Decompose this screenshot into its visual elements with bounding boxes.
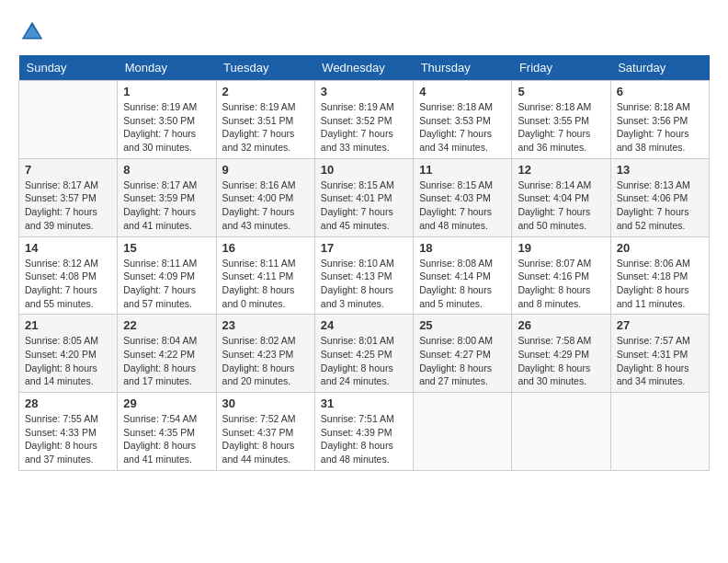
- day-number: 20: [617, 241, 703, 255]
- day-header-sunday: Sunday: [19, 55, 118, 81]
- calendar-cell: 29Sunrise: 7:54 AMSunset: 4:35 PMDayligh…: [118, 393, 216, 471]
- calendar-cell: 24Sunrise: 8:01 AMSunset: 4:25 PMDayligh…: [314, 315, 413, 393]
- day-number: 8: [123, 163, 210, 177]
- day-number: 24: [321, 318, 407, 332]
- day-info: Sunrise: 8:06 AMSunset: 4:18 PMDaylight:…: [617, 257, 703, 311]
- day-info: Sunrise: 8:11 AMSunset: 4:09 PMDaylight:…: [123, 257, 210, 311]
- day-info: Sunrise: 8:18 AMSunset: 3:53 PMDaylight:…: [419, 100, 506, 155]
- calendar-week-row: 7Sunrise: 8:17 AMSunset: 3:57 PMDaylight…: [19, 158, 710, 236]
- calendar-cell: 5Sunrise: 8:18 AMSunset: 3:55 PMDaylight…: [512, 81, 610, 159]
- calendar-table: SundayMondayTuesdayWednesdayThursdayFrid…: [18, 55, 710, 471]
- day-header-monday: Monday: [118, 55, 216, 81]
- calendar-cell: 26Sunrise: 7:58 AMSunset: 4:29 PMDayligh…: [512, 315, 610, 393]
- logo-icon: [18, 18, 46, 46]
- page-header: [18, 18, 710, 46]
- day-header-saturday: Saturday: [610, 55, 709, 81]
- day-header-tuesday: Tuesday: [216, 55, 314, 81]
- day-info: Sunrise: 8:08 AMSunset: 4:14 PMDaylight:…: [419, 257, 506, 311]
- day-header-wednesday: Wednesday: [314, 55, 413, 81]
- day-number: 2: [222, 85, 309, 98]
- day-number: 21: [25, 318, 111, 332]
- day-info: Sunrise: 8:13 AMSunset: 4:06 PMDaylight:…: [617, 178, 703, 233]
- day-number: 17: [321, 241, 407, 255]
- day-number: 12: [518, 163, 604, 177]
- calendar-cell: 15Sunrise: 8:11 AMSunset: 4:09 PMDayligh…: [118, 236, 216, 315]
- day-number: 23: [222, 318, 309, 332]
- day-info: Sunrise: 7:57 AMSunset: 4:31 PMDaylight:…: [617, 334, 703, 388]
- day-info: Sunrise: 8:05 AMSunset: 4:20 PMDaylight:…: [25, 334, 111, 388]
- calendar-cell: 31Sunrise: 7:51 AMSunset: 4:39 PMDayligh…: [314, 393, 413, 471]
- calendar-cell: 30Sunrise: 7:52 AMSunset: 4:37 PMDayligh…: [216, 393, 314, 471]
- calendar-week-row: 1Sunrise: 8:19 AMSunset: 3:50 PMDaylight…: [19, 81, 710, 159]
- day-number: 25: [419, 318, 506, 332]
- day-number: 30: [222, 396, 309, 410]
- day-info: Sunrise: 8:17 AMSunset: 3:59 PMDaylight:…: [123, 178, 210, 233]
- logo: [18, 18, 48, 46]
- calendar-cell: 22Sunrise: 8:04 AMSunset: 4:22 PMDayligh…: [118, 315, 216, 393]
- day-info: Sunrise: 8:11 AMSunset: 4:11 PMDaylight:…: [222, 257, 309, 311]
- calendar-cell: [414, 393, 512, 471]
- day-info: Sunrise: 8:15 AMSunset: 4:03 PMDaylight:…: [419, 178, 506, 233]
- day-info: Sunrise: 8:17 AMSunset: 3:57 PMDaylight:…: [25, 178, 111, 233]
- day-info: Sunrise: 8:12 AMSunset: 4:08 PMDaylight:…: [25, 257, 111, 311]
- calendar-cell: 3Sunrise: 8:19 AMSunset: 3:52 PMDaylight…: [314, 81, 413, 159]
- calendar-cell: 1Sunrise: 8:19 AMSunset: 3:50 PMDaylight…: [118, 81, 216, 159]
- day-number: 4: [419, 85, 506, 98]
- calendar-cell: 27Sunrise: 7:57 AMSunset: 4:31 PMDayligh…: [610, 315, 709, 393]
- day-number: 27: [617, 318, 703, 332]
- day-info: Sunrise: 8:18 AMSunset: 3:56 PMDaylight:…: [617, 100, 703, 155]
- day-number: 10: [321, 163, 407, 177]
- calendar-week-row: 14Sunrise: 8:12 AMSunset: 4:08 PMDayligh…: [19, 236, 710, 315]
- day-info: Sunrise: 7:54 AMSunset: 4:35 PMDaylight:…: [123, 412, 210, 466]
- calendar-cell: [610, 393, 709, 471]
- calendar-cell: 20Sunrise: 8:06 AMSunset: 4:18 PMDayligh…: [610, 236, 709, 315]
- calendar-cell: 13Sunrise: 8:13 AMSunset: 4:06 PMDayligh…: [610, 158, 709, 236]
- day-info: Sunrise: 8:19 AMSunset: 3:51 PMDaylight:…: [222, 100, 309, 155]
- day-number: 11: [419, 163, 506, 177]
- calendar-cell: 9Sunrise: 8:16 AMSunset: 4:00 PMDaylight…: [216, 158, 314, 236]
- day-header-thursday: Thursday: [414, 55, 512, 81]
- day-number: 31: [321, 396, 407, 410]
- day-number: 16: [222, 241, 309, 255]
- day-number: 5: [518, 85, 604, 98]
- day-info: Sunrise: 8:00 AMSunset: 4:27 PMDaylight:…: [419, 334, 506, 388]
- calendar-header-row: SundayMondayTuesdayWednesdayThursdayFrid…: [19, 55, 710, 81]
- calendar-cell: [512, 393, 610, 471]
- calendar-cell: 2Sunrise: 8:19 AMSunset: 3:51 PMDaylight…: [216, 81, 314, 159]
- day-info: Sunrise: 8:07 AMSunset: 4:16 PMDaylight:…: [518, 257, 604, 311]
- day-info: Sunrise: 7:55 AMSunset: 4:33 PMDaylight:…: [25, 412, 111, 466]
- day-number: 26: [518, 318, 604, 332]
- day-number: 22: [123, 318, 210, 332]
- day-info: Sunrise: 8:19 AMSunset: 3:52 PMDaylight:…: [321, 100, 407, 155]
- day-info: Sunrise: 7:52 AMSunset: 4:37 PMDaylight:…: [222, 412, 309, 466]
- calendar-week-row: 28Sunrise: 7:55 AMSunset: 4:33 PMDayligh…: [19, 393, 710, 471]
- calendar-cell: [19, 81, 118, 159]
- day-number: 9: [222, 163, 309, 177]
- calendar-cell: 14Sunrise: 8:12 AMSunset: 4:08 PMDayligh…: [19, 236, 118, 315]
- day-number: 6: [617, 85, 703, 98]
- day-number: 13: [617, 163, 703, 177]
- calendar-cell: 7Sunrise: 8:17 AMSunset: 3:57 PMDaylight…: [19, 158, 118, 236]
- day-info: Sunrise: 7:58 AMSunset: 4:29 PMDaylight:…: [518, 334, 604, 388]
- day-info: Sunrise: 8:15 AMSunset: 4:01 PMDaylight:…: [321, 178, 407, 233]
- day-header-friday: Friday: [512, 55, 610, 81]
- calendar-week-row: 21Sunrise: 8:05 AMSunset: 4:20 PMDayligh…: [19, 315, 710, 393]
- day-number: 28: [25, 396, 111, 410]
- day-info: Sunrise: 8:10 AMSunset: 4:13 PMDaylight:…: [321, 257, 407, 311]
- calendar-cell: 19Sunrise: 8:07 AMSunset: 4:16 PMDayligh…: [512, 236, 610, 315]
- day-info: Sunrise: 8:18 AMSunset: 3:55 PMDaylight:…: [518, 100, 604, 155]
- calendar-cell: 4Sunrise: 8:18 AMSunset: 3:53 PMDaylight…: [414, 81, 512, 159]
- day-number: 7: [25, 163, 111, 177]
- calendar-cell: 21Sunrise: 8:05 AMSunset: 4:20 PMDayligh…: [19, 315, 118, 393]
- calendar-cell: 16Sunrise: 8:11 AMSunset: 4:11 PMDayligh…: [216, 236, 314, 315]
- calendar-cell: 25Sunrise: 8:00 AMSunset: 4:27 PMDayligh…: [414, 315, 512, 393]
- calendar-cell: 8Sunrise: 8:17 AMSunset: 3:59 PMDaylight…: [118, 158, 216, 236]
- day-info: Sunrise: 8:14 AMSunset: 4:04 PMDaylight:…: [518, 178, 604, 233]
- day-info: Sunrise: 8:16 AMSunset: 4:00 PMDaylight:…: [222, 178, 309, 233]
- day-number: 15: [123, 241, 210, 255]
- calendar-cell: 28Sunrise: 7:55 AMSunset: 4:33 PMDayligh…: [19, 393, 118, 471]
- day-number: 29: [123, 396, 210, 410]
- calendar-cell: 11Sunrise: 8:15 AMSunset: 4:03 PMDayligh…: [414, 158, 512, 236]
- day-info: Sunrise: 8:04 AMSunset: 4:22 PMDaylight:…: [123, 334, 210, 388]
- calendar-cell: 23Sunrise: 8:02 AMSunset: 4:23 PMDayligh…: [216, 315, 314, 393]
